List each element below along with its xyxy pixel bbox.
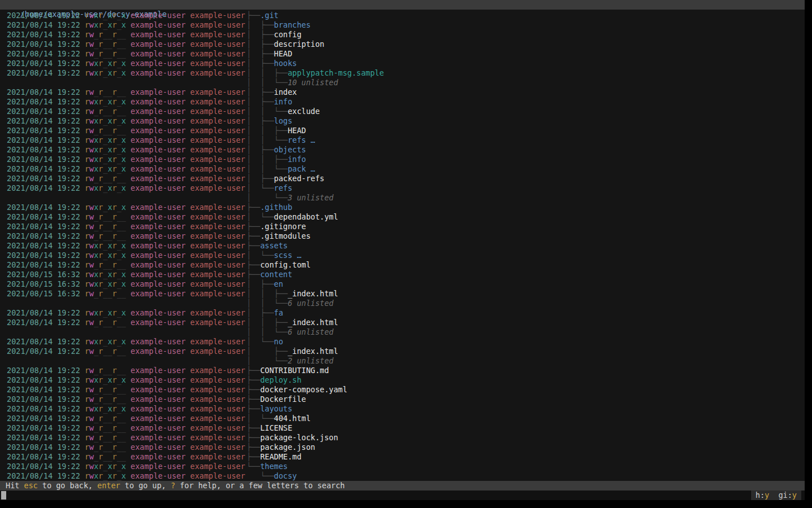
tree-item[interactable]: Dockerfile — [260, 395, 306, 404]
tree-item[interactable]: content — [260, 270, 292, 279]
file-row: 2021/08/14 19:22 rwxr_xr_x example-user … — [7, 145, 384, 155]
permission-char: _ — [103, 452, 108, 461]
permissions: rw_r__r__ — [85, 423, 126, 432]
tree-branch-line: │ │ └── — [246, 107, 288, 116]
tree-item[interactable]: fa — [274, 308, 283, 317]
tree-item[interactable]: docsy — [274, 471, 297, 480]
tree-item[interactable]: .gitmodules — [260, 231, 310, 240]
permission-char: _ — [108, 414, 112, 423]
permission-char: x — [108, 404, 112, 413]
tree-item[interactable]: layouts — [260, 404, 292, 413]
group: example-user — [190, 212, 245, 221]
file-metadata: 2021/08/14 19:22 rw_r__r__ example-user … — [7, 212, 246, 222]
permissions: rw_r__r__ — [85, 452, 126, 461]
file-row: 2021/08/14 19:22 rw_r__r__ example-user … — [7, 318, 384, 327]
spacer — [126, 231, 130, 240]
tree-item[interactable]: objects — [274, 145, 306, 154]
group: example-user — [190, 241, 245, 250]
permission-char: x — [108, 59, 112, 68]
permission-char: x — [94, 270, 98, 279]
tree-item[interactable]: .github — [260, 203, 292, 212]
permissions: rw_r__r__ — [85, 395, 126, 404]
tree-item[interactable]: dependabot.yml — [274, 212, 338, 221]
permission-char: _ — [103, 270, 108, 279]
file-row: 2021/08/14 19:22 rw_r__r__ example-user … — [7, 30, 384, 40]
tree-item[interactable]: package-lock.json — [260, 433, 338, 442]
tree-item[interactable]: description — [274, 40, 324, 49]
status-text: for help, or a few letters to search — [175, 481, 345, 490]
tree-item[interactable]: HEAD — [274, 49, 293, 58]
tree-item[interactable]: _index.html — [288, 347, 338, 356]
owner: example-user — [131, 183, 191, 192]
tree-item[interactable]: themes — [260, 462, 288, 471]
permission-char: _ — [103, 30, 108, 39]
tree-item[interactable]: exclude — [288, 107, 320, 116]
permission-char: _ — [103, 183, 108, 192]
group: example-user — [190, 145, 245, 154]
tree-item[interactable]: README.md — [260, 452, 301, 461]
unlisted-count: 10 unlisted — [288, 78, 338, 87]
permission-char: _ — [103, 347, 108, 356]
modified-date: 2021/08/14 19:22 — [7, 231, 85, 240]
modified-date: 2021/08/15 16:32 — [7, 270, 85, 279]
permissions: rw_r__r__ — [85, 318, 126, 327]
tree-item[interactable]: applypatch-msg.sample — [288, 68, 384, 77]
tree-item[interactable]: assets — [260, 241, 288, 250]
permission-char: x — [94, 135, 98, 144]
tree-item[interactable]: packed-refs — [274, 174, 324, 183]
file-metadata: 2021/08/14 19:22 rwxr_xr_x example-user … — [7, 375, 246, 385]
tree-item[interactable]: package.json — [260, 443, 315, 452]
tree-item[interactable]: hooks — [274, 59, 297, 68]
toggle-flags[interactable]: h:y gi:y — [751, 491, 801, 500]
permissions: rw_r__r__ — [85, 40, 126, 49]
tree-item[interactable]: scss — [274, 251, 293, 260]
tree-item[interactable]: refs — [274, 183, 293, 192]
tree-item[interactable]: refs — [288, 135, 306, 144]
tree-branch-line: │ │ └── — [246, 135, 288, 144]
tree-item[interactable]: CONTRIBUTING.md — [260, 366, 329, 375]
tree-item[interactable]: HEAD — [288, 126, 306, 135]
group: example-user — [190, 49, 245, 58]
tree-item[interactable]: .git — [260, 11, 279, 20]
tree-item[interactable]: branches — [274, 20, 311, 29]
tree-item[interactable]: en — [274, 279, 283, 288]
tree-item[interactable]: config — [274, 30, 302, 39]
modified-date: 2021/08/14 19:22 — [7, 395, 85, 404]
tree-item[interactable]: logs — [274, 116, 293, 125]
group: example-user — [190, 260, 245, 269]
tree-branch-line: │ └── — [246, 193, 288, 202]
tree-item[interactable]: no — [274, 337, 283, 346]
tree-item[interactable]: _index.html — [288, 318, 338, 327]
tree-item[interactable]: index — [274, 87, 297, 97]
tree-item[interactable]: 404.html — [274, 414, 311, 423]
permission-char: r — [112, 423, 117, 432]
status-text: Hit — [6, 481, 24, 490]
tree-item[interactable]: pack — [288, 164, 306, 173]
permission-char: x — [94, 59, 98, 68]
root-path-bar[interactable]: /home/example-user/docsy-example — [0, 0, 805, 10]
permission-char: x — [94, 308, 98, 317]
file-row: 2021/08/14 19:22 rw_r__r__ example-user … — [7, 49, 384, 59]
tree-branch-line: ├── — [246, 241, 260, 250]
permission-char: r — [99, 462, 103, 471]
permission-char: r — [112, 433, 117, 442]
owner: example-user — [131, 11, 191, 20]
permission-char: r — [99, 260, 103, 269]
tree-item[interactable]: info — [274, 97, 293, 106]
tree-item[interactable]: _index.html — [288, 289, 338, 298]
file-metadata: 2021/08/14 19:22 rwxr_xr_x example-user … — [7, 68, 246, 78]
tree-branch-line: │ └── — [246, 356, 288, 365]
search-input[interactable]: h:y gi:y — [0, 491, 805, 500]
permissions: rw_r__r__ — [85, 212, 126, 221]
file-metadata: 2021/08/14 19:22 rwxr_xr_x example-user … — [7, 337, 246, 347]
tree-item[interactable]: docker-compose.yaml — [260, 385, 347, 394]
tree-branch-line: ├── — [246, 385, 260, 394]
tree-item[interactable]: .gitignore — [260, 222, 306, 231]
owner: example-user — [131, 241, 191, 250]
tree-item[interactable]: LICENSE — [260, 423, 292, 432]
file-row: 2021/08/14 19:22 rw_r__r__ example-user … — [7, 385, 384, 395]
tree-item[interactable]: deploy.sh — [260, 375, 301, 384]
permission-char: r — [112, 347, 117, 356]
tree-item[interactable]: info — [288, 155, 306, 164]
tree-item[interactable]: config.toml — [260, 260, 310, 269]
